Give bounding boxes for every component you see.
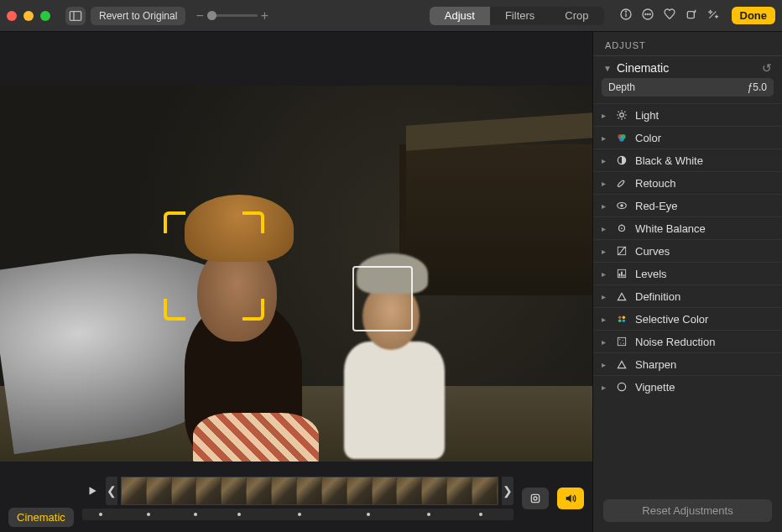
adjustment-label: Definition: [635, 290, 680, 303]
heart-icon: [663, 8, 676, 21]
chevron-right-icon: ▸: [602, 156, 608, 165]
done-button[interactable]: Done: [732, 7, 776, 24]
auto-enhance-button[interactable]: [706, 8, 720, 24]
tab-crop[interactable]: Crop: [550, 7, 603, 25]
svg-point-8: [649, 13, 650, 15]
mute-button[interactable]: [557, 488, 584, 509]
svg-point-36: [623, 316, 626, 320]
more-button[interactable]: [641, 8, 654, 24]
chevron-right-icon: ▸: [602, 247, 608, 256]
svg-rect-33: [621, 272, 623, 277]
filmstrip[interactable]: [121, 477, 498, 505]
black-white-icon: [615, 154, 628, 167]
zoom-control[interactable]: − +: [196, 8, 268, 23]
zoom-thumb[interactable]: [207, 11, 216, 20]
svg-rect-0: [70, 11, 81, 20]
revert-label: Revert to Original: [99, 10, 177, 22]
adjustment-label: Retouch: [635, 177, 675, 190]
adjustment-label: Selective Color: [635, 313, 708, 326]
adjustment-row-vignette[interactable]: ▸Vignette: [593, 375, 782, 398]
svg-point-44: [618, 383, 625, 390]
minimize-window-button[interactable]: [23, 11, 34, 21]
cinematic-section-header[interactable]: ▼ Cinematic ↺: [593, 56, 782, 78]
cinematic-label: Cinematic: [617, 61, 669, 75]
bottom-bar: Cinematic ❮ ❯: [0, 465, 592, 532]
rotate-button[interactable]: [685, 8, 698, 24]
play-button[interactable]: [82, 485, 102, 497]
adjustment-row-noise-reduction[interactable]: ▸Noise Reduction: [593, 330, 782, 352]
adjustment-row-white-balance[interactable]: ▸White Balance: [593, 216, 782, 239]
depth-row[interactable]: Depth ƒ5.0: [602, 78, 774, 96]
light-icon: [615, 108, 628, 122]
sidebar-title: ADJUST: [593, 32, 782, 56]
trim-end-handle[interactable]: ❯: [502, 477, 514, 505]
adjust-sidebar: ADJUST ▼ Cinematic ↺ Depth ƒ5.0 ▸Light▸C…: [592, 32, 782, 532]
reset-adjustments-button[interactable]: Reset Adjustments: [603, 499, 772, 522]
top-toolbar: Revert to Original − + Adjust Filters Cr…: [0, 0, 782, 32]
tab-filters[interactable]: Filters: [490, 7, 550, 25]
close-window-button[interactable]: [7, 11, 17, 21]
svg-line-20: [624, 112, 625, 112]
adjustment-row-sharpen[interactable]: ▸Sharpen: [593, 352, 782, 375]
fullscreen-window-button[interactable]: [40, 11, 50, 21]
svg-point-28: [621, 227, 623, 229]
sidebar-toggle-button[interactable]: [65, 7, 86, 25]
chevron-right-icon: ▸: [602, 201, 608, 211]
adjustment-row-definition[interactable]: ▸Definition: [593, 284, 782, 307]
play-icon: [86, 485, 98, 497]
svg-point-4: [625, 10, 627, 12]
adjustment-label: Levels: [635, 268, 667, 280]
chevron-down-icon: ▼: [603, 64, 612, 73]
svg-point-37: [618, 320, 622, 323]
undo-cinematic-button[interactable]: ↺: [762, 61, 772, 75]
trim-start-handle[interactable]: ❮: [106, 477, 117, 505]
revert-button[interactable]: Revert to Original: [91, 7, 185, 25]
retouch-icon: [615, 176, 628, 190]
keyframe-track[interactable]: [82, 509, 514, 520]
window-controls: [7, 11, 50, 21]
white-balance-icon: [615, 222, 628, 235]
info-button[interactable]: [619, 8, 633, 24]
chevron-right-icon: ▸: [602, 133, 608, 143]
tab-adjust[interactable]: Adjust: [430, 7, 490, 25]
photo-viewer[interactable]: [0, 52, 592, 462]
svg-point-23: [619, 137, 624, 142]
adjustment-label: Light: [635, 109, 659, 122]
chevron-right-icon: ▸: [602, 179, 608, 188]
zoom-slider[interactable]: [207, 14, 258, 17]
focus-lock-button[interactable]: [522, 488, 549, 509]
adjustment-row-black-white[interactable]: ▸Black & White: [593, 149, 782, 171]
main-area: Cinematic ❮ ❯: [0, 32, 782, 532]
bottom-right-controls: [522, 488, 584, 509]
svg-line-19: [618, 117, 619, 118]
chevron-right-icon: ▸: [602, 111, 608, 120]
chevron-right-icon: ▸: [602, 383, 608, 392]
adjustment-row-levels[interactable]: ▸Levels: [593, 262, 782, 284]
chevron-right-icon: ▸: [602, 224, 608, 233]
adjustment-row-curves[interactable]: ▸Curves: [593, 239, 782, 262]
adjustment-row-retouch[interactable]: ▸Retouch: [593, 171, 782, 194]
adjustment-row-light[interactable]: ▸Light: [593, 103, 782, 126]
svg-point-7: [647, 13, 649, 15]
svg-point-41: [623, 340, 623, 341]
favorite-button[interactable]: [663, 8, 676, 24]
svg-point-35: [618, 316, 622, 320]
adjustment-row-red-eye[interactable]: ▸Red-Eye: [593, 194, 782, 216]
svg-rect-32: [619, 274, 621, 277]
adjustment-label: Vignette: [635, 381, 675, 394]
chevron-right-icon: ▸: [602, 269, 608, 279]
svg-point-11: [534, 497, 537, 500]
adjustment-row-selective-color[interactable]: ▸Selective Color: [593, 307, 782, 330]
svg-rect-34: [623, 274, 625, 276]
zoom-in-icon: +: [261, 8, 268, 23]
noise-reduction-icon: [615, 335, 628, 348]
svg-line-18: [624, 117, 625, 118]
red-eye-icon: [615, 199, 628, 212]
vignette-icon: [615, 380, 628, 394]
sidebar-icon: [69, 9, 82, 23]
svg-point-42: [620, 342, 621, 343]
adjustment-row-color[interactable]: ▸Color: [593, 126, 782, 149]
svg-point-38: [623, 320, 626, 323]
info-icon: [619, 8, 633, 21]
cinematic-mode-button[interactable]: Cinematic: [8, 508, 74, 527]
